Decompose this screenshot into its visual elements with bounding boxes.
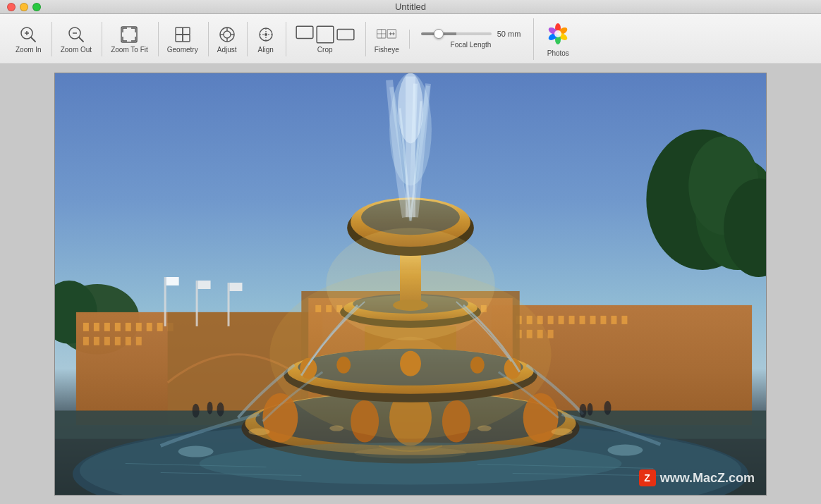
svg-rect-55 [136, 323, 142, 331]
svg-rect-53 [115, 323, 121, 331]
toolbar: Zoom In Zoom Out Zoom To Fit [0, 14, 821, 64]
window-controls [7, 3, 41, 11]
align-button[interactable]: Align [250, 22, 281, 56]
maximize-button[interactable] [32, 3, 41, 11]
svg-rect-22 [296, 26, 313, 38]
adjust-group: Adjust [208, 22, 245, 56]
watermark-text: www.MacZ.com [660, 471, 755, 486]
photos-group: Photos [533, 18, 582, 60]
svg-rect-79 [621, 316, 627, 324]
zoom-to-fit-group: Zoom To Fit [102, 22, 157, 56]
svg-rect-50 [83, 323, 89, 331]
crop-group: Crop [286, 22, 364, 56]
svg-point-137 [398, 73, 423, 143]
svg-rect-54 [126, 323, 131, 331]
svg-rect-78 [611, 316, 616, 324]
zoom-out-button[interactable]: Zoom Out [55, 22, 97, 56]
focal-length-group: 50 mm Focal Length [409, 30, 533, 49]
svg-rect-95 [164, 277, 166, 326]
fisheye-grid-icon [377, 25, 396, 44]
svg-rect-9 [183, 27, 190, 35]
svg-rect-98 [166, 277, 179, 285]
svg-point-145 [588, 403, 593, 416]
svg-point-146 [604, 401, 611, 415]
window-title: Untitled [395, 1, 426, 12]
svg-rect-8 [176, 27, 183, 35]
svg-rect-52 [104, 323, 110, 331]
crop-icon-1 [295, 25, 315, 44]
svg-point-142 [329, 426, 343, 431]
watermark-z-icon: Z [639, 469, 656, 486]
svg-rect-64 [136, 337, 142, 345]
adjust-icon [217, 25, 237, 44]
zoom-to-fit-icon [119, 25, 139, 44]
svg-point-140 [248, 429, 269, 436]
svg-rect-7 [121, 27, 137, 42]
focal-length-slider-row: 50 mm [421, 30, 521, 38]
photos-label: Photos [547, 49, 569, 57]
svg-rect-75 [580, 316, 585, 324]
main-content: Z www.MacZ.com [0, 64, 821, 504]
zoom-in-icon [18, 25, 38, 44]
adjust-button[interactable]: Adjust [212, 22, 243, 56]
crop-icon-3 [336, 25, 355, 44]
svg-rect-60 [94, 337, 99, 345]
crop-button[interactable]: Crop [289, 22, 361, 56]
crop-icon-2 [315, 25, 335, 44]
fisheye-button[interactable]: Fisheye [369, 22, 405, 56]
geometry-button[interactable]: Geometry [162, 22, 204, 56]
fisheye-label: Fisheye [375, 46, 399, 54]
svg-point-149 [217, 402, 224, 417]
svg-rect-23 [317, 26, 334, 43]
svg-point-135 [326, 228, 495, 340]
photos-button[interactable]: Photos [537, 18, 579, 60]
svg-rect-11 [183, 35, 190, 42]
svg-rect-100 [230, 283, 243, 291]
svg-rect-74 [569, 316, 575, 324]
svg-rect-73 [559, 316, 564, 324]
svg-rect-96 [196, 281, 198, 326]
svg-point-144 [580, 404, 587, 418]
svg-rect-63 [126, 337, 131, 345]
close-button[interactable] [7, 3, 16, 11]
svg-rect-59 [83, 337, 89, 345]
svg-rect-51 [94, 323, 99, 331]
zoom-out-icon [66, 25, 86, 44]
svg-rect-61 [104, 337, 110, 345]
zoom-in-group: Zoom In [7, 22, 50, 56]
zoom-in-button[interactable]: Zoom In [10, 22, 47, 56]
svg-point-13 [224, 31, 231, 38]
svg-point-147 [193, 404, 200, 418]
zoom-out-group: Zoom Out [51, 22, 100, 56]
image-container: Z www.MacZ.com [54, 73, 767, 496]
svg-rect-57 [157, 323, 163, 331]
svg-line-3 [31, 37, 35, 42]
svg-point-148 [207, 402, 213, 414]
svg-rect-76 [590, 316, 595, 324]
svg-rect-97 [228, 283, 230, 326]
zoom-in-label: Zoom In [16, 46, 42, 54]
align-icon [256, 25, 276, 44]
zoom-out-label: Zoom Out [61, 46, 92, 54]
svg-point-40 [554, 30, 561, 37]
svg-rect-56 [147, 323, 152, 331]
svg-point-141 [552, 429, 573, 436]
geometry-group: Geometry [158, 22, 207, 56]
svg-rect-84 [548, 330, 554, 338]
adjust-label: Adjust [217, 46, 237, 54]
align-label: Align [258, 46, 274, 54]
focal-length-slider[interactable] [421, 32, 492, 35]
svg-point-21 [264, 33, 267, 36]
watermark: Z www.MacZ.com [639, 469, 755, 486]
svg-rect-77 [600, 316, 606, 324]
svg-rect-72 [548, 316, 554, 324]
crop-icons [295, 25, 355, 44]
fisheye-icons [377, 25, 396, 44]
svg-line-6 [79, 37, 83, 42]
svg-rect-24 [337, 29, 354, 39]
zoom-to-fit-button[interactable]: Zoom To Fit [105, 22, 154, 56]
fisheye-group: Fisheye [365, 22, 408, 56]
minimize-button[interactable] [20, 3, 28, 11]
focal-length-label: Focal Length [451, 41, 492, 49]
svg-point-138 [178, 446, 214, 457]
